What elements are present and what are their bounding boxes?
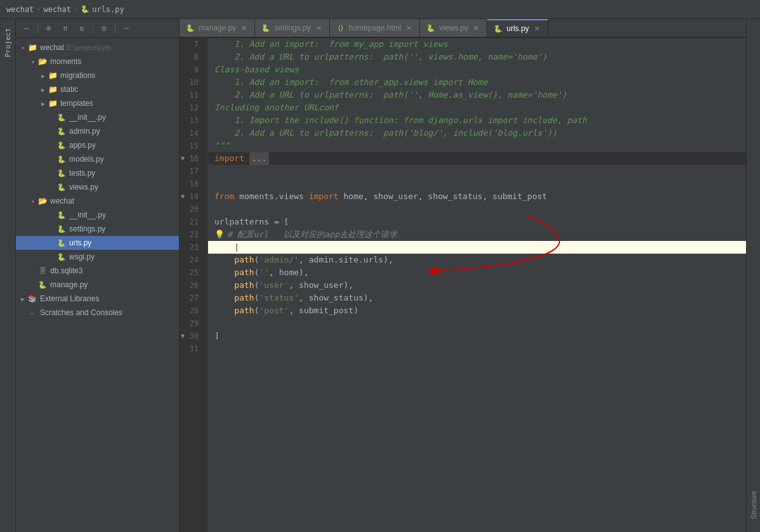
- tree-item-ext-lib[interactable]: ▶ 📚 External Libraries: [16, 292, 179, 306]
- tab-label-manage: manage.py: [199, 23, 236, 32]
- tab-icon-manage: 🐍: [186, 23, 195, 32]
- code-line-31: [208, 342, 746, 355]
- toolbar-hide[interactable]: ─: [119, 22, 133, 36]
- tree-item-wsgi[interactable]: 🐍 wsgi.py: [16, 250, 179, 264]
- tab-urls[interactable]: 🐍 urls.py ✕: [487, 19, 547, 37]
- toolbar-collapse[interactable]: ⇈: [58, 22, 72, 36]
- line-23: 23: [180, 241, 202, 254]
- tree-item-init1[interactable]: 🐍 __init__.py: [16, 110, 179, 124]
- tree-label-static: static: [60, 85, 78, 94]
- code-line-7: 1. Add an import: from my_app import vie…: [208, 38, 746, 51]
- tree-arrow-ext[interactable]: ▶: [18, 295, 27, 302]
- tree-item-manage[interactable]: 🐍 manage.py: [16, 278, 179, 292]
- breadcrumb-file[interactable]: 🐍 urls.py: [81, 5, 124, 14]
- line-8: 8: [180, 51, 202, 63]
- toolbar-separator: [37, 23, 38, 34]
- tab-close-urls[interactable]: ✕: [533, 23, 541, 34]
- tree-item-tests[interactable]: 🐍 tests.py: [16, 166, 179, 180]
- tab-settings[interactable]: 🐍 settings.py ✕: [255, 19, 329, 37]
- line-20: 20: [180, 203, 202, 216]
- folder-icon-templates: 📁: [48, 98, 58, 108]
- code-line-18: [208, 178, 746, 190]
- line-17: 17: [180, 165, 202, 178]
- folder-icon-static: 📁: [48, 84, 58, 94]
- tree-arrow-static[interactable]: ▶: [39, 86, 48, 93]
- tab-icon-settings: 🐍: [261, 23, 270, 32]
- tree-item-views-moments[interactable]: 🐍 views.py: [16, 180, 179, 194]
- tab-icon-homepage: ⟨⟩: [336, 23, 345, 32]
- tab-label-views: views.py: [439, 23, 468, 32]
- tree-item-moments[interactable]: ▾ 📂 moments: [16, 55, 179, 68]
- tree-item-scratches[interactable]: ✏️ Scratches and Consoles: [16, 306, 179, 320]
- tree-item-admin[interactable]: 🐍 admin.py: [16, 124, 179, 138]
- toolbar-separator3: [115, 23, 115, 34]
- tree-arrow-templates[interactable]: ▶: [39, 100, 48, 107]
- toolbar-sort[interactable]: ⇅: [75, 22, 89, 36]
- tab-icon-urls: 🐍: [494, 24, 502, 33]
- code-line-14: 2. Add a URL to urlpatterns: path('blog/…: [208, 127, 746, 139]
- breadcrumb-wechat1[interactable]: wechat: [6, 5, 34, 14]
- code-line-27: path('status', show_status),: [208, 292, 746, 304]
- code-line-9: Class-based views: [208, 63, 746, 76]
- code-line-23[interactable]: |: [208, 241, 746, 254]
- code-scroll[interactable]: 1. Add an import: from my_app import vie…: [208, 38, 746, 532]
- tree-item-wechat-root[interactable]: ▾ 📁 wechat E:\project\pyth: [16, 41, 179, 55]
- tab-close-settings[interactable]: ✕: [315, 23, 323, 34]
- tree-item-apps[interactable]: 🐍 apps.py: [16, 138, 179, 152]
- tree-arrow-wechat[interactable]: ▾: [18, 44, 27, 51]
- tab-label-urls: urls.py: [506, 24, 528, 33]
- tree-label-init2: __init__.py: [69, 211, 106, 219]
- code-line-25: path('', home),: [208, 266, 746, 279]
- code-line-15: """: [208, 139, 746, 152]
- code-line-26: path('user', show_user),: [208, 279, 746, 292]
- py-icon-apps: 🐍: [56, 140, 67, 150]
- toolbar-locate[interactable]: ⊕: [42, 22, 56, 36]
- code-editor-wrapper[interactable]: 7 8 9 10 11 12 13 14 15 ▼ 16 17 18: [180, 38, 746, 532]
- tree-item-wechat-pkg[interactable]: ▾ 📂 wechat: [16, 194, 179, 208]
- line-24: 24: [180, 254, 202, 266]
- project-tab[interactable]: Project: [1, 25, 15, 60]
- tree-arrow-moments[interactable]: ▾: [29, 58, 37, 65]
- tab-close-manage[interactable]: ✕: [240, 23, 248, 34]
- tree-item-urls[interactable]: 🐍 urls.py: [16, 236, 179, 250]
- tab-homepage[interactable]: ⟨⟩ homepage.html ✕: [330, 19, 421, 37]
- line-28: 28: [180, 304, 202, 317]
- toolbar-ellipsis[interactable]: ⋯: [20, 22, 34, 36]
- py-icon-manage: 🐍: [37, 280, 48, 290]
- tree-item-static[interactable]: ▶ 📁 static: [16, 82, 179, 96]
- line-29: 29: [180, 317, 202, 330]
- tree-item-init2[interactable]: 🐍 __init__.py: [16, 208, 179, 222]
- line-16: ▼ 16: [180, 152, 202, 165]
- tree-item-templates[interactable]: ▶ 📁 templates: [16, 96, 179, 110]
- tab-views[interactable]: 🐍 views.py ✕: [420, 19, 487, 37]
- line-25: 25: [180, 266, 202, 279]
- tree-label-ext: External Libraries: [40, 294, 99, 303]
- tab-close-views[interactable]: ✕: [472, 23, 480, 34]
- code-line-29: [208, 317, 746, 330]
- tree-item-models[interactable]: 🐍 models.py: [16, 152, 179, 166]
- py-icon-models: 🐍: [56, 154, 67, 164]
- tab-icon-views: 🐍: [426, 23, 435, 32]
- toolbar-settings[interactable]: ⚙: [97, 22, 111, 36]
- app-container: wechat › wechat › 🐍 urls.py Project ⋯: [0, 0, 760, 532]
- code-line-22: 💡 # 配置url 以及对应的app去处理这个请求: [208, 228, 746, 241]
- tab-close-homepage[interactable]: ✕: [405, 23, 413, 34]
- tree-item-db[interactable]: 🗄 db.sqlite3: [16, 264, 179, 278]
- tree-label-tests: tests.py: [69, 169, 95, 178]
- tree-item-settings[interactable]: 🐍 settings.py: [16, 222, 179, 236]
- tree-label-wechat-pkg: wechat: [50, 197, 74, 205]
- code-line-30: ]: [208, 330, 746, 342]
- structure-tab[interactable]: Structure: [746, 19, 760, 532]
- db-icon: 🗄: [37, 266, 48, 276]
- tree-arrow-migrations[interactable]: ▶: [39, 72, 48, 79]
- line-31: 31: [180, 342, 202, 355]
- scratch-icon: ✏️: [27, 308, 37, 318]
- tree-arrow-wechat-pkg[interactable]: ▾: [29, 198, 37, 205]
- tree-label-apps: apps.py: [69, 141, 96, 150]
- py-icon-tests: 🐍: [56, 168, 67, 178]
- tab-manage[interactable]: 🐍 manage.py ✕: [180, 19, 255, 37]
- breadcrumb-wechat2[interactable]: wechat: [44, 5, 71, 14]
- project-tree[interactable]: ▾ 📁 wechat E:\project\pyth ▾ 📂 moments: [16, 38, 179, 532]
- tree-item-migrations[interactable]: ▶ 📁 migrations: [16, 68, 179, 82]
- code-line-16: import ...: [208, 152, 746, 165]
